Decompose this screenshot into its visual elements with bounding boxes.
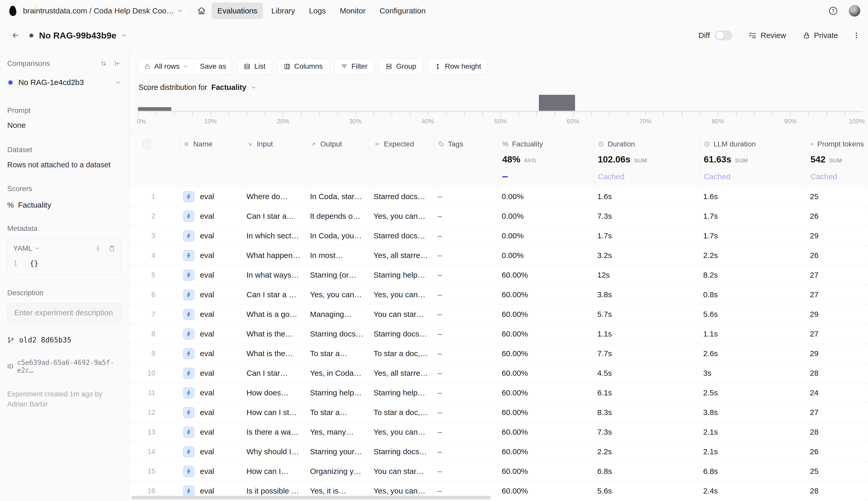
- metadata-title: Metadata: [7, 224, 121, 233]
- save-as-button[interactable]: Save as: [194, 58, 232, 74]
- table-row[interactable]: 13 eval Is there a way… Yes, many… Yes, …: [129, 423, 868, 441]
- dataset-title: Dataset: [7, 146, 121, 154]
- header-output[interactable]: Output: [306, 132, 370, 185]
- cell-llm-duration: 2.1s: [699, 447, 806, 456]
- eval-icon: [183, 407, 194, 418]
- cell-factuality: 60.00%: [498, 271, 593, 279]
- cell-output: Starring helps…: [306, 388, 370, 397]
- header-llm-duration[interactable]: LLM duration 61.63sSUM Cached: [699, 132, 806, 185]
- cell-prompt-tokens: 29: [806, 349, 868, 358]
- experiment-switcher-chevron[interactable]: [121, 32, 127, 39]
- columns-icon: [284, 63, 290, 70]
- row-number: 5: [129, 271, 179, 279]
- copy-metadata-button[interactable]: [108, 245, 115, 252]
- table-row[interactable]: 9 eval What is the… To star a… To star a…: [129, 344, 868, 363]
- git-branch-icon: [7, 337, 14, 344]
- metadata-language-select[interactable]: YAML: [13, 244, 40, 253]
- chevron-down-icon: [35, 246, 40, 251]
- header-expected[interactable]: Expected: [370, 132, 434, 185]
- tab-evaluations[interactable]: Evaluations: [212, 3, 263, 19]
- more-menu-button[interactable]: [853, 31, 860, 40]
- llm-duration-cached: Cached: [704, 172, 730, 181]
- header-name[interactable]: Name: [179, 132, 243, 185]
- tab-logs[interactable]: Logs: [303, 3, 331, 19]
- histogram-bar-60pct[interactable]: [539, 95, 575, 111]
- filter-button[interactable]: Filter: [334, 58, 374, 74]
- comparison-select[interactable]: No RAG-1e4cd2b3: [7, 78, 121, 87]
- header-duration[interactable]: Duration 102.06sSUM Cached: [593, 132, 699, 185]
- score-distribution-selector[interactable]: Score distribution for Factuality: [138, 83, 256, 92]
- home-button[interactable]: [197, 7, 206, 15]
- group-button[interactable]: Group: [379, 58, 423, 74]
- cell-expected: Yes, you can…: [370, 428, 434, 436]
- table-row[interactable]: 11 eval How does… Starring helps… Starri…: [129, 384, 868, 402]
- scrollbar-thumb[interactable]: [131, 496, 491, 499]
- header-prompt-tokens[interactable]: Prompt tokens 542SUM Cached: [806, 132, 868, 185]
- tab-monitor[interactable]: Monitor: [334, 3, 371, 19]
- table-row[interactable]: 8 eval What is the… Starring docs … Star…: [129, 324, 868, 343]
- cell-llm-duration: 1.1s: [699, 330, 806, 338]
- save-as-label: Save as: [200, 62, 226, 71]
- header-factuality[interactable]: %Factuality 48%AVG: [498, 132, 593, 185]
- header-input[interactable]: Input: [243, 132, 306, 185]
- tab-library[interactable]: Library: [266, 3, 301, 19]
- table-row[interactable]: 12 eval How can I star… To star a… To st…: [129, 403, 868, 422]
- row-height-label: Row height: [445, 62, 481, 71]
- histogram-bar-0pct[interactable]: [138, 107, 171, 111]
- table-row[interactable]: 5 eval In what ways… Starring (or… Starr…: [129, 266, 868, 284]
- all-rows-label: All rows: [154, 62, 180, 71]
- column-label: Name: [193, 140, 213, 148]
- cell-name: eval: [179, 407, 243, 418]
- table-row[interactable]: 10 eval Can I star… Yes, in Coda… Yes, a…: [129, 364, 868, 383]
- bolt-icon: [186, 311, 192, 317]
- help-button[interactable]: ?: [828, 6, 838, 16]
- table-row[interactable]: 6 eval Can I star a do… Yes, you can… Ye…: [129, 285, 868, 304]
- breadcrumb[interactable]: braintrustdata.com / Coda Help Desk Coo…: [23, 7, 183, 15]
- table-row[interactable]: 7 eval What is a goo… Managing… You can …: [129, 305, 868, 323]
- avatar[interactable]: [848, 5, 861, 17]
- scorer-item[interactable]: % Factuality: [7, 201, 121, 210]
- cell-input: Can I star a do…: [243, 290, 306, 299]
- lock-icon: [803, 32, 811, 39]
- collapse-sidebar-button[interactable]: [114, 60, 121, 67]
- all-rows-button[interactable]: All rows: [138, 58, 194, 74]
- table-row[interactable]: 14 eval Why should I… Starring your… Sta…: [129, 443, 868, 461]
- bolt-icon: [186, 213, 192, 219]
- list-view-button[interactable]: List: [237, 58, 272, 74]
- braintrust-logo[interactable]: [9, 6, 17, 16]
- columns-button[interactable]: Columns: [277, 58, 329, 74]
- git-ref[interactable]: old2 8d65b35: [7, 336, 121, 344]
- cell-duration: 8.3s: [593, 408, 699, 417]
- table-row[interactable]: 15 eval How can I… Organizing yo… You ca…: [129, 462, 868, 481]
- review-button[interactable]: Review: [749, 31, 786, 40]
- row-number: 14: [129, 448, 179, 456]
- column-label: Duration: [607, 140, 635, 148]
- sort-comparisons-button[interactable]: [100, 60, 107, 67]
- tab-configuration[interactable]: Configuration: [374, 3, 431, 19]
- back-button[interactable]: [11, 31, 20, 40]
- header-tags[interactable]: Tags: [434, 132, 498, 185]
- row-height-button[interactable]: Row height: [428, 58, 487, 74]
- collapse-editor-button[interactable]: [95, 245, 101, 252]
- table-row[interactable]: 4 eval What happens… In most… Yes, all s…: [129, 246, 868, 265]
- private-button[interactable]: Private: [803, 31, 838, 40]
- metadata-code-line[interactable]: 1 {}: [13, 259, 115, 268]
- diff-toggle[interactable]: [715, 31, 732, 40]
- table-row[interactable]: 3 eval In which secti… In Coda, you… Sta…: [129, 226, 868, 245]
- cell-expected: To star a doc,…: [370, 408, 434, 417]
- cell-expected: Starring docs…: [370, 447, 434, 456]
- experiment-id[interactable]: ID c5e639ad-65a6-4692-9a5f-e2c…: [7, 359, 121, 374]
- description-input[interactable]: [7, 303, 121, 322]
- created-note: Experiment created 1m ago by Adrian Barb…: [7, 389, 116, 409]
- cell-expected: Starring helps…: [370, 271, 434, 279]
- select-all-checkbox[interactable]: [143, 139, 151, 150]
- collapse-vertical-icon: [95, 245, 101, 252]
- cell-tags: –: [434, 271, 498, 279]
- axis-tick-label: 50%: [494, 118, 507, 125]
- cell-name: eval: [179, 191, 243, 202]
- table-row[interactable]: 2 eval Can I star a… It depends on… Yes,…: [129, 207, 868, 225]
- table-row[interactable]: 1 eval Where do… In Coda, starr… Starred…: [129, 187, 868, 206]
- cell-llm-duration: 1.7s: [699, 212, 806, 221]
- breadcrumb-label: braintrustdata.com / Coda Help Desk Coo…: [23, 7, 174, 15]
- cell-tags: –: [434, 310, 498, 319]
